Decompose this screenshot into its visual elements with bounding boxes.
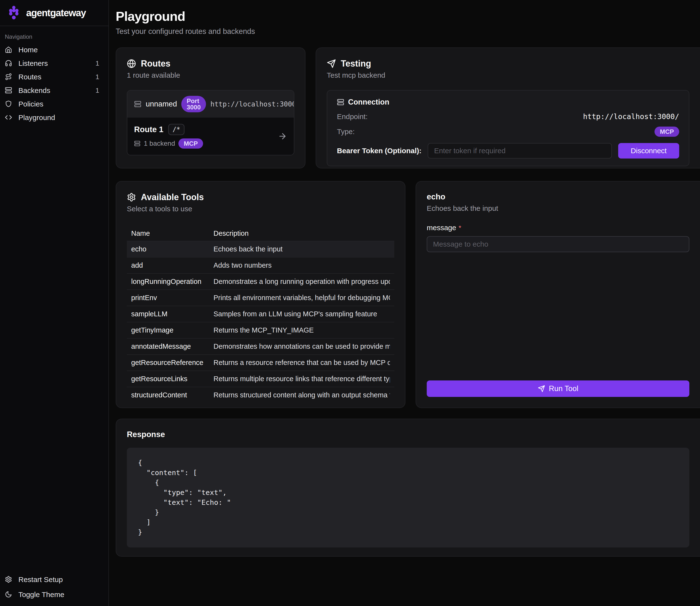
available-tools-title: Available Tools [141,192,204,202]
route-item[interactable]: Route 1 /* 1 backend MCP [127,118,294,155]
tool-name: structuredContent [131,391,213,399]
gear-icon [5,576,13,583]
tool-description: Prints all environment variables, helpfu… [213,294,390,302]
server-icon [5,87,13,94]
brand-name: agentgateway [26,7,86,18]
sidebar-item[interactable]: Playground [2,111,106,124]
sidebar-footer-label: Restart Setup [18,576,63,584]
tool-description: Returns structured content along with an… [213,391,390,399]
middle-row: Available Tools Select a tools to use Na… [116,181,700,408]
agentgateway-logo-icon [6,5,21,20]
tool-row[interactable]: printEnv Prints all environment variable… [127,289,394,306]
moon-icon [5,591,13,599]
sidebar-item[interactable]: Routes 1 [2,70,106,84]
run-tool-label: Run Tool [549,384,579,393]
run-tool-button[interactable]: Run Tool [427,380,690,397]
type-row: Type: MCP [337,126,679,137]
available-tools-subtitle: Select a tools to use [127,205,394,213]
tool-description: Demonstrates a long running operation wi… [213,278,390,285]
tool-row[interactable]: getTinyImage Returns the MCP_TINY_IMAGE [127,322,394,338]
brand[interactable]: agentgateway [0,0,109,26]
sidebar-item-count: 1 [95,87,99,94]
route-path-chip: /* [168,124,184,135]
routes-card-subtitle: 1 route available [127,71,294,79]
tool-name: printEnv [131,294,213,302]
tool-description: Adds two numbers [213,261,390,270]
bearer-token-input[interactable] [428,143,612,159]
routes-card: Routes 1 route available unnamed Port 30… [116,47,305,168]
disconnect-button[interactable]: Disconnect [618,143,679,159]
tool-description: Returns multiple resource links that ref… [213,375,390,383]
listener-header: unnamed Port 3000 http://localhost:3000/ [127,91,294,118]
sidebar-item-label: Home [18,46,38,54]
response-json: { "content": [ { "type": "text", "text":… [127,448,690,547]
tool-name: getTinyImage [131,326,213,334]
tool-name: getResourceLinks [131,375,213,383]
sidebar-item[interactable]: Policies [2,97,106,111]
mcp-badge: MCP [179,138,203,148]
server-icon [337,98,344,106]
testing-card-subtitle: Test mcp backend [327,71,690,79]
testing-card: Testing Test mcp backend Connection Endp… [316,47,700,168]
tool-row[interactable]: structuredContent Returns structured con… [127,387,394,403]
arrow-right-icon [278,132,287,141]
sidebar-footer-item[interactable]: Restart Setup [2,572,106,587]
tools-table: Name Description echo Echoes back the in… [127,226,394,403]
tool-description: Samples from an LLM using MCP's sampling… [213,310,390,318]
connection-title: Connection [348,98,390,107]
tool-row[interactable]: sampleLLM Samples from an LLM using MCP'… [127,306,394,322]
globe-icon [127,59,136,68]
response-title: Response [127,430,690,439]
tool-row[interactable]: echo Echoes back the input [127,241,394,257]
shield-icon [5,100,13,108]
bearer-token-label: Bearer Token (Optional): [337,147,421,155]
endpoint-row: Endpoint: http://localhost:3000/ [337,112,679,121]
tool-name: getResourceReference [131,359,213,367]
routes-card-title: Routes [141,59,170,69]
sidebar-item[interactable]: Home [2,43,106,56]
endpoint-value: http://localhost:3000/ [583,112,679,121]
tool-row[interactable]: longRunningOperation Demonstrates a long… [127,273,394,289]
listener-url: http://localhost:3000/ [210,100,294,108]
sidebar-item-count: 1 [95,60,99,67]
tools-table-header: Name Description [127,226,394,241]
tool-description: Returns the MCP_TINY_IMAGE [213,326,390,334]
testing-card-title: Testing [341,59,371,69]
nav-section-label: Navigation [5,33,109,40]
backend-count: 1 backend [144,140,175,147]
sidebar: agentgateway Navigation Home Listeners 1… [0,0,109,606]
tool-description: Demonstrates how annotations can be used… [213,343,390,350]
sidebar-footer: Restart Setup Toggle Theme [0,572,109,606]
tool-name: annotatedMessage [131,343,213,350]
tool-row[interactable]: annotatedMessage Demonstrates how annota… [127,338,394,354]
available-tools-card: Available Tools Select a tools to use Na… [116,181,405,408]
tool-row[interactable]: getResourceLinks Returns multiple resour… [127,371,394,387]
page-subtitle: Test your configured routes and backends [116,27,700,36]
tool-row[interactable]: add Adds two numbers [127,257,394,273]
route-icon [5,73,13,81]
code-icon [5,114,13,121]
home-icon [5,46,13,54]
tool-runner-card: echo Echoes back the input message* Run … [416,181,700,408]
tool-runner-subtitle: Echoes back the input [427,204,690,212]
bearer-row: Bearer Token (Optional): Disconnect [337,143,679,159]
sidebar-footer-label: Toggle Theme [18,590,64,599]
tools-table-body: echo Echoes back the input add Adds two … [127,241,394,403]
sidebar-item-label: Playground [18,114,55,122]
listener-box: unnamed Port 3000 http://localhost:3000/… [127,90,294,155]
sidebar-footer-item[interactable]: Toggle Theme [2,587,106,602]
connection-panel: Connection Endpoint: http://localhost:30… [327,90,690,166]
page-title: Playground [116,9,700,24]
send-icon [327,59,336,68]
tool-description: Returns a resource reference that can be… [213,359,390,367]
nav-list: Home Listeners 1 Routes 1 Backends 1 Pol… [0,43,109,124]
sidebar-item[interactable]: Listeners 1 [2,56,106,70]
send-icon [538,385,545,392]
tool-runner-title: echo [427,192,690,201]
message-input[interactable] [427,236,690,252]
sidebar-item[interactable]: Backends 1 [2,84,106,97]
listener-name: unnamed [146,100,177,109]
sidebar-item-label: Listeners [18,59,48,68]
tool-row[interactable]: getResourceReference Returns a resource … [127,354,394,371]
sidebar-item-count: 1 [95,73,99,81]
